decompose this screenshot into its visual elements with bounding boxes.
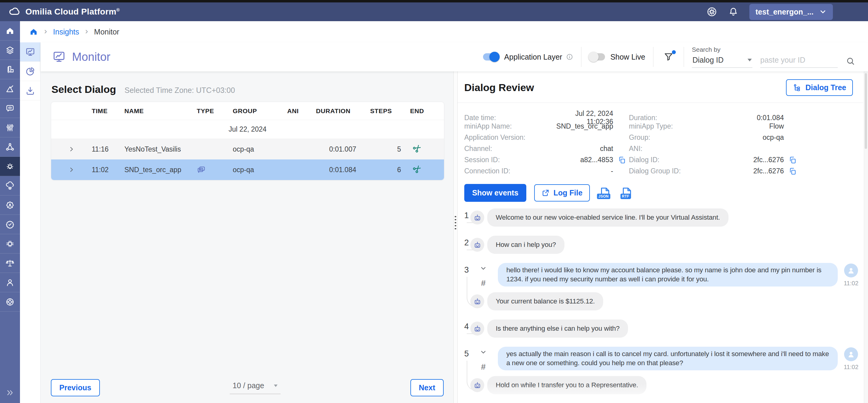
cell-time: 11:16 [92, 145, 124, 153]
insights-subsidebar [20, 42, 40, 403]
dialog-review-title: Dialog Review [464, 82, 534, 93]
account-menu-button[interactable]: test_energon_... [749, 4, 833, 20]
sidebar-item-miniapps[interactable] [0, 60, 20, 79]
message-timestamp: 11:02 [844, 364, 859, 371]
meta-label: Channel: [464, 145, 549, 153]
collapse-step-chevron-icon[interactable] [480, 348, 487, 356]
transcript-step: 2 How can i help you? [464, 236, 860, 254]
step-hash-icon[interactable]: # [481, 279, 486, 288]
sidebar-item-quality[interactable] [0, 215, 20, 234]
copy-dialog-group-id-icon[interactable] [789, 167, 800, 175]
dialog-review-header: Dialog Review Dialog Tree [458, 71, 868, 102]
brand: Omilia Cloud Platform® [8, 6, 120, 18]
table-row-selected[interactable]: 11:02 SND_tes_orc_app ocp-qa 0:01.084 6 [51, 159, 444, 180]
user-icon [5, 278, 15, 287]
show-events-button[interactable]: Show events [464, 184, 526, 202]
sidebar-item-support[interactable] [0, 292, 20, 312]
bot-message-bubble: Hold on while I transfer you to a Repres… [487, 376, 647, 394]
cell-group: ocp-qa [233, 166, 287, 174]
call-end-scissors-icon [409, 142, 424, 157]
sidebar-item-home[interactable] [0, 21, 20, 40]
notifications-bell-icon[interactable] [728, 7, 739, 17]
bot-message-bubble: Your current balance is $1125.12. [487, 292, 603, 310]
dialog-review-panel: Dialog Review Dialog Tree Date time:Jul … [458, 71, 868, 403]
chip-device-icon [5, 239, 15, 249]
sidebar-item-insights[interactable] [0, 157, 20, 176]
brand-title: Omilia Cloud Platform® [25, 7, 120, 17]
search-by-select[interactable]: Dialog ID [692, 54, 752, 68]
breadcrumb-separator: › [85, 27, 88, 37]
cell-time: 11:02 [92, 166, 124, 174]
application-layer-toggle[interactable] [483, 53, 499, 61]
subsidebar-item-export[interactable] [20, 81, 40, 100]
row-expand-chevron-icon[interactable] [68, 146, 75, 153]
meta-value: chat [549, 145, 613, 153]
sidebar-item-tuning[interactable] [0, 118, 20, 137]
search-icon[interactable] [846, 56, 855, 66]
col-duration: DURATION [316, 107, 370, 115]
info-icon[interactable] [566, 53, 573, 61]
show-live-toggle[interactable] [589, 53, 605, 61]
filter-button[interactable] [661, 50, 676, 64]
filter-active-badge [672, 50, 676, 54]
per-page-select[interactable]: 10 / page [230, 381, 281, 394]
copy-dialog-id-icon[interactable] [789, 156, 800, 164]
voice-chat-icon [5, 103, 15, 113]
step-controls: # [476, 347, 490, 372]
primary-sidebar [0, 21, 20, 403]
previous-page-button[interactable]: Previous [51, 379, 100, 396]
breadcrumb-home-icon[interactable] [29, 27, 38, 36]
next-page-button[interactable]: Next [410, 379, 444, 396]
sidebar-item-integrations[interactable] [0, 234, 20, 253]
row-expand-chevron-icon[interactable] [68, 166, 75, 173]
breadcrumb-separator: › [44, 27, 47, 37]
breadcrumb-current-monitor: Monitor [94, 28, 119, 36]
subsidebar-item-reports[interactable] [20, 62, 40, 81]
json-badge-label: JSON [597, 194, 610, 199]
collapse-step-chevron-icon[interactable] [480, 265, 487, 272]
user-message-meta: 11:02 [843, 263, 860, 287]
export-json-icon[interactable]: JSON [598, 186, 612, 200]
meta-label: Connection ID: [464, 167, 549, 175]
cell-name: SND_tes_orc_app [124, 166, 197, 174]
dialog-tree-button[interactable]: Dialog Tree [786, 79, 853, 96]
dialog-metadata: Date time:Jul 22, 2024 11:02:36 Duration… [458, 103, 868, 177]
log-file-button[interactable]: Log File [534, 184, 590, 202]
pagination: Previous 10 / page Next [51, 379, 444, 396]
sidebar-item-voice[interactable] [0, 99, 20, 118]
sidebar-item-admin[interactable] [0, 195, 20, 215]
subsidebar-item-monitor[interactable] [20, 42, 40, 62]
sidebar-item-account[interactable] [0, 273, 20, 292]
user-avatar-icon [844, 264, 858, 277]
right-panel-scrollbar [864, 71, 868, 403]
meta-value: - [549, 167, 613, 175]
timezone-label: Selected Time Zone: UTC+03:00 [125, 86, 235, 95]
sidebar-item-orchestrator[interactable] [0, 137, 20, 157]
resizer-grip-icon [455, 216, 456, 229]
cell-group: ocp-qa [233, 145, 287, 153]
settings-gear-icon[interactable] [706, 6, 717, 17]
sidebar-item-applications[interactable] [0, 40, 20, 60]
cell-steps: 5 [397, 145, 410, 153]
copy-session-id-icon[interactable] [618, 156, 629, 164]
home-icon [5, 26, 15, 36]
search-id-input[interactable] [760, 54, 838, 68]
meta-row: Date time:Jul 22, 2024 11:02:36 Duration… [464, 110, 868, 121]
bot-robot-avatar-icon [470, 211, 484, 224]
bot-message: Welcome to our new voice-enabled service… [464, 209, 860, 227]
step-number: 3 [464, 265, 469, 275]
scrollbar-thumb[interactable] [865, 73, 867, 149]
step-hash-icon[interactable]: # [481, 363, 486, 372]
meta-label: Date time: [464, 114, 549, 122]
panel-resizer-handle[interactable] [453, 71, 458, 403]
sidebar-item-deployments[interactable] [0, 176, 20, 195]
bot-robot-avatar-icon [470, 378, 484, 392]
export-rtf-icon[interactable]: RTF [620, 186, 633, 200]
sidebar-item-compliance[interactable] [0, 253, 20, 273]
sidebar-item-design[interactable] [0, 79, 20, 99]
breadcrumb-link-insights[interactable]: Insights [53, 28, 79, 36]
table-row[interactable]: 11:16 YesNoTest_Vasilis ocp-qa 0:01.007 … [51, 139, 444, 159]
bot-message: How can i help you? [464, 236, 860, 254]
sidebar-expand-button[interactable] [0, 385, 20, 401]
show-live-label: Show Live [611, 53, 645, 61]
